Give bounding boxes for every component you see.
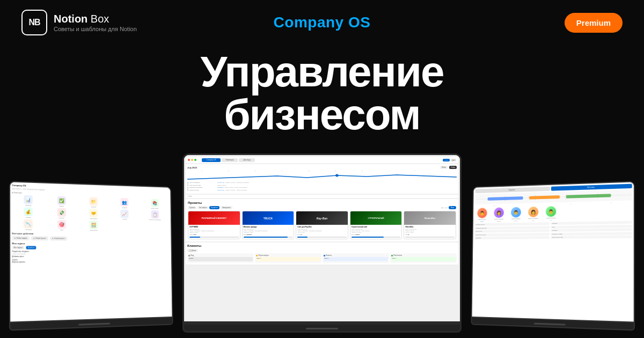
card-progress [189, 237, 239, 238]
new-client-btn[interactable]: ⊕ Новый клиент [50, 236, 67, 240]
center-laptop-base [182, 323, 462, 333]
filter-all[interactable]: Все задачи [12, 246, 24, 249]
kanban-card: Клиент 4 [391, 257, 456, 261]
new-project-btn[interactable]: ⊕ Новый проект [31, 236, 48, 240]
list-item: ✅ Задачи [46, 196, 77, 208]
avatar-role-4: Текст [532, 220, 535, 221]
dashboard-icon: 📊 [24, 195, 33, 204]
task-meta: Сергей Соболевский [12, 253, 170, 255]
filter-in-progress[interactable]: В работе [209, 206, 219, 209]
col-header: Лид [188, 254, 253, 256]
list-item: 👥 Команда [109, 197, 139, 209]
device-center: Company OS Навигация Дашборд Share Edit … [182, 153, 462, 333]
card-title: NotionBox [405, 226, 455, 228]
kanban-card: Клиент 2 [256, 257, 320, 261]
avatar-5: 👨 [546, 206, 557, 217]
card-date: July 9, 2023 [297, 232, 347, 233]
clients-filter[interactable]: 📋 Доска [187, 249, 197, 252]
left-screen: Company OS Цель жизни — твоё неограничен… [10, 182, 172, 321]
project-cards: РЕКЛАМНЫЙ КАБИНЕТ LEVTRANS RUR 100,000.0… [188, 211, 456, 239]
avatar-name-1: Фёдор Орлов [478, 219, 486, 221]
filter-not-started[interactable]: Не начато [197, 206, 208, 209]
new-task-btn[interactable]: ⊕ Новая задача [12, 236, 30, 241]
timeline-chart [187, 173, 457, 181]
avatar-col-4: 👩 Дарья Академик Текст [525, 207, 541, 221]
svg-rect-7 [529, 195, 560, 200]
new-project-btn[interactable]: New [449, 206, 456, 209]
income-icon: 💰 [24, 207, 33, 216]
left-laptop-frame: Company OS Цель жизни — твоё неограничен… [9, 181, 173, 322]
logo-text: Notion Box Советы и шаблоны для Notion [54, 13, 137, 32]
brand-subtitle: Советы и шаблоны для Notion [54, 26, 137, 32]
timeline-controls: Week Today [440, 166, 457, 169]
card-image: СТРОИТЕЛЬНЫЙ [350, 211, 402, 225]
center-screen: Company OS Навигация Дашборд Share Edit … [184, 155, 460, 321]
goals-icon: 🎯 [57, 220, 66, 229]
avatar-1: 👨 [477, 208, 487, 218]
list-item: 📈 Отчёты [110, 209, 140, 221]
tasks-section: Мои задачи Все задачи В работе Разработк… [12, 242, 170, 263]
card-progress-label: 66.7% ▬▬▬ [352, 234, 401, 236]
right-screen-content: В работе Работаем [472, 182, 634, 321]
filter-label: Filter [441, 207, 444, 209]
share-btn[interactable]: Share [443, 159, 450, 161]
card-content: Строительный сайт RUR 1,500,000.00 Денис… [350, 225, 402, 239]
avatar-role-2: Маркетинг [496, 221, 501, 222]
progress-fill [189, 237, 200, 238]
list-item: 🎯 Цели [46, 220, 77, 231]
toolbar: Filter Sort New [441, 206, 456, 209]
avatar-role-1: Дизайн [480, 221, 484, 222]
clients-section: Клиенты 📋 Доска Лид Telegram [186, 243, 458, 264]
page-title: Company OS [274, 14, 371, 31]
task-item: Разработка лендинга [12, 251, 170, 253]
kanban-card: Telegram [188, 257, 253, 261]
filter-done[interactable]: Завершено [221, 206, 232, 209]
card-content: Магазин одежды RUR 180,000.00 Дарья Андр… [243, 225, 294, 239]
col-dot [391, 255, 393, 256]
list-item: 🧮 Калькулятор [78, 221, 109, 232]
hero-section: Управление бизнесом [0, 45, 644, 147]
avatar-2: 👩 [494, 208, 504, 218]
filter-in-progress[interactable]: В работе [26, 246, 36, 249]
tab-company-os[interactable]: Company OS [202, 158, 221, 162]
tab-dashboard[interactable]: Дашборд [239, 158, 255, 162]
min-dot [191, 159, 193, 161]
task-3a: LEVTRANS [474, 229, 550, 233]
col-header: Работаем [391, 254, 456, 256]
tasks-icon: ✅ [57, 196, 65, 205]
card-progress-label: 20% ▬ [297, 234, 347, 236]
tab-navigation[interactable]: Навигация [222, 158, 238, 162]
projects-icon: 📁 [89, 197, 98, 205]
progress-fill [352, 237, 384, 238]
today-btn[interactable]: Today [449, 166, 457, 169]
card-progress [352, 237, 401, 238]
project-card-construction: СТРОИТЕЛЬНЫЙ Строительный сайт RUR 1,500… [350, 211, 402, 239]
card-date: July 31, 2023 [405, 232, 455, 233]
card-progress [244, 237, 293, 238]
premium-button[interactable]: Premium [565, 13, 623, 33]
knowledge-icon: 📚 [151, 199, 159, 208]
card-content: NotionBox RUR 1,500,000.00 Фёдор Орлов J… [404, 225, 456, 239]
timeline-title: July 2023 [187, 166, 197, 169]
progress-fill [297, 237, 307, 238]
list-item: 📚 Базы знаний [140, 199, 169, 210]
avatar-role-5: SEO [550, 219, 552, 221]
center-screen-content: Company OS Навигация Дашборд Share Edit … [184, 155, 460, 321]
reports-icon: 📈 [121, 210, 129, 218]
edit-btn[interactable]: Edit [451, 159, 456, 161]
logo-area: NB Notion Box Советы и шаблоны для Notio… [21, 10, 137, 35]
timeline-row: Тексты на сайт LEVTRANS Роман Соколов Ал… [187, 189, 457, 191]
kanban-card: Клиент 3 [324, 257, 388, 261]
svg-rect-8 [566, 194, 611, 198]
card-progress-label: 22.5% ▬▬ [189, 234, 239, 236]
new-label: + New [186, 195, 458, 198]
card-title: LEVTRANS [189, 226, 239, 228]
action-row: ⊕ Новая задача ⊕ Новый проект ⊕ Новый кл… [12, 236, 170, 241]
week-btn[interactable]: Week [440, 166, 448, 169]
card-image: NotionBox [404, 211, 456, 225]
staff-reports-icon: 📋 [151, 210, 159, 219]
timeline-row: Разработка лендинга NotionBox Фёдор Орло… [187, 187, 457, 188]
filter-urgent[interactable]: Срочно [188, 206, 196, 209]
card-image: Ray-Ban [296, 211, 348, 225]
date-row: 24 25 26 27 28 29 30 1 2 3 [187, 170, 457, 172]
